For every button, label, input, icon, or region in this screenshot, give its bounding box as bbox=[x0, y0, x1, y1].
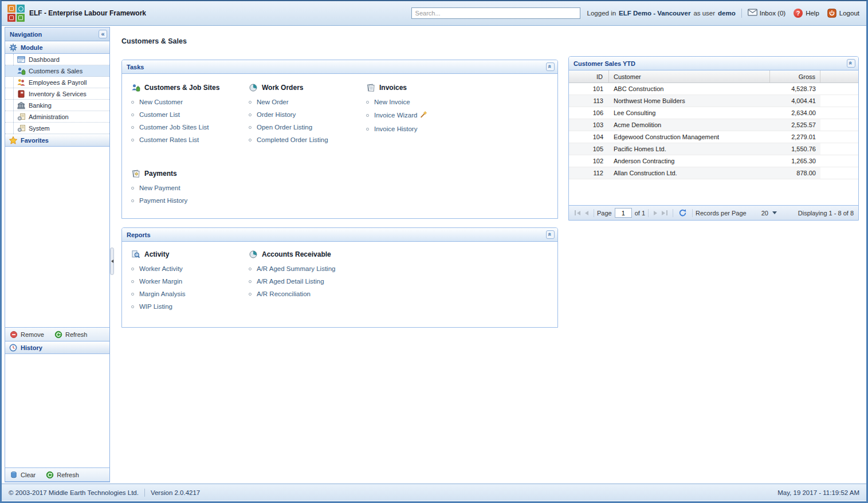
sidebar-item-system[interactable]: System bbox=[5, 123, 109, 134]
table-row[interactable]: 112Allan Construction Ltd.878.00 bbox=[569, 167, 858, 179]
splitter-handle[interactable] bbox=[110, 247, 114, 275]
previous-page-button[interactable] bbox=[583, 211, 591, 215]
datetime-text: May, 19 2017 - 11:19:52 AM bbox=[777, 489, 859, 496]
refresh-grid-button[interactable] bbox=[676, 209, 689, 217]
column-header-id[interactable]: ID bbox=[569, 70, 609, 82]
report-link-ar-reconciliation[interactable]: A/R Reconciliation bbox=[249, 288, 337, 300]
page-number-input[interactable] bbox=[615, 208, 632, 218]
bullet-icon bbox=[131, 139, 134, 142]
accordion-header-history[interactable]: History bbox=[5, 341, 109, 354]
logo-tile-red bbox=[7, 14, 15, 22]
history-header-label: History bbox=[21, 344, 42, 351]
task-link-invoice-wizard[interactable]: Invoice Wizard bbox=[366, 108, 481, 123]
employees-payroll-icon bbox=[17, 78, 26, 87]
bullet-icon bbox=[366, 101, 369, 104]
report-link-ar-aged-detail-listing[interactable]: A/R Aged Detail Listing bbox=[249, 275, 337, 288]
task-link-new-customer[interactable]: New Customer bbox=[131, 96, 246, 108]
table-row[interactable]: 113Northwest Home Builders4,004.41 bbox=[569, 95, 858, 107]
sales-grid: ID Customer Gross 101ABC Construction4,5… bbox=[569, 70, 858, 220]
next-page-button[interactable] bbox=[651, 211, 659, 215]
task-link-payment-history[interactable]: Payment History bbox=[131, 194, 246, 207]
collapse-sidebar-button[interactable]: « bbox=[99, 30, 107, 38]
clear-history-button[interactable]: Clear bbox=[10, 471, 36, 479]
table-row[interactable]: 106Lee Consulting2,634.00 bbox=[569, 107, 858, 119]
table-row[interactable]: 101ABC Construction4,528.73 bbox=[569, 83, 858, 95]
reports-panel: Reports « Activity Worker Activity bbox=[121, 227, 558, 328]
refresh-history-button[interactable]: Refresh bbox=[46, 471, 79, 479]
sidebar-item-dashboard[interactable]: Dashboard bbox=[5, 54, 109, 65]
administration-icon bbox=[17, 112, 26, 121]
task-link-open-order-listing[interactable]: Open Order Listing bbox=[249, 121, 363, 133]
pager-divider bbox=[648, 209, 649, 217]
tasks-panel-title: Tasks bbox=[127, 64, 546, 70]
pager-divider bbox=[673, 209, 673, 217]
copyright-text: © 2003-2017 Middle Earth Technologies Lt… bbox=[9, 489, 139, 496]
last-page-button[interactable] bbox=[659, 210, 670, 215]
tasks-panel-body: Customers & Job Sites New Customer Custo… bbox=[122, 74, 557, 218]
column-header-gross[interactable]: Gross bbox=[770, 70, 820, 82]
table-row[interactable]: 103Acme Demolition2,525.57 bbox=[569, 119, 858, 131]
previous-page-icon bbox=[585, 211, 588, 215]
records-per-page-label: Records per Page bbox=[696, 210, 747, 217]
reports-panel-title: Reports bbox=[127, 231, 546, 238]
task-link-customer-list[interactable]: Customer List bbox=[131, 108, 246, 121]
column-header-customer[interactable]: Customer bbox=[609, 70, 770, 82]
sidebar-item-label: Customers & Sales bbox=[29, 68, 83, 74]
collapse-sales-button[interactable]: « bbox=[847, 59, 855, 68]
search-input[interactable] bbox=[411, 7, 580, 19]
navigation-title: Navigation bbox=[10, 31, 99, 38]
report-link-margin-analysis[interactable]: Margin Analysis bbox=[131, 288, 246, 300]
sidebar-item-employees-payroll[interactable]: Employees & Payroll bbox=[5, 77, 109, 88]
report-link-worker-activity[interactable]: Worker Activity bbox=[131, 262, 246, 275]
displaying-range-label: Displaying 1 - 8 of 8 bbox=[798, 210, 855, 217]
table-row[interactable]: 104Edgewood Construction Management2,279… bbox=[569, 131, 858, 143]
sidebar-item-banking[interactable]: Banking bbox=[5, 100, 109, 111]
report-link-ar-aged-summary-listing[interactable]: A/R Aged Summary Listing bbox=[249, 262, 337, 275]
remove-favorite-button[interactable]: Remove bbox=[10, 331, 44, 339]
task-link-invoice-history[interactable]: Invoice History bbox=[366, 123, 481, 135]
task-link-new-order[interactable]: New Order bbox=[249, 96, 363, 108]
table-row[interactable]: 105Pacific Homes Ltd.1,550.76 bbox=[569, 143, 858, 155]
bullet-icon bbox=[131, 199, 134, 202]
logout-button[interactable]: Logout bbox=[827, 9, 859, 18]
sidebar-item-customers-sales[interactable]: Customers & Sales bbox=[5, 65, 109, 77]
bullet-icon bbox=[249, 293, 252, 296]
task-group-payments: Payments New Payment Payment History bbox=[131, 169, 246, 207]
app-title: ELF - Enterprise Labour Framework bbox=[29, 9, 146, 17]
inbox-button[interactable]: Inbox (0) bbox=[748, 9, 785, 18]
sales-panel-title: Customer Sales YTD bbox=[574, 60, 847, 67]
help-button[interactable]: ? Help bbox=[794, 9, 819, 18]
refresh-favorites-button[interactable]: Refresh bbox=[54, 331, 88, 339]
report-link-wip-listing[interactable]: WIP Listing bbox=[131, 300, 246, 313]
task-link-customer-rates-list[interactable]: Customer Rates List bbox=[131, 133, 246, 146]
group-title: Invoices bbox=[379, 84, 407, 92]
collapse-tasks-button[interactable]: « bbox=[546, 62, 555, 71]
sidebar-item-inventory-services[interactable]: Inventory & Services bbox=[5, 88, 109, 100]
favorites-star-icon bbox=[9, 136, 18, 145]
username[interactable]: demo bbox=[718, 10, 736, 17]
refresh-label: Refresh bbox=[57, 471, 79, 478]
accordion-header-module[interactable]: Module bbox=[5, 41, 109, 54]
navigation-panel: Navigation « Module Dashboard bbox=[5, 27, 110, 482]
sidebar-splitter[interactable] bbox=[110, 27, 114, 482]
last-page-icon bbox=[662, 211, 665, 215]
task-link-order-history[interactable]: Order History bbox=[249, 108, 363, 121]
collapse-reports-button[interactable]: « bbox=[546, 230, 555, 239]
wizard-wand-icon bbox=[419, 111, 427, 120]
bullet-icon bbox=[131, 293, 134, 296]
records-per-page-dropdown[interactable]: 20 bbox=[759, 210, 779, 217]
task-link-new-payment[interactable]: New Payment bbox=[131, 182, 246, 194]
task-link-new-invoice[interactable]: New Invoice bbox=[366, 96, 481, 108]
task-link-customer-job-sites-list[interactable]: Customer Job Sites List bbox=[131, 121, 246, 133]
task-link-completed-order-listing[interactable]: Completed Order Listing bbox=[249, 133, 363, 146]
group-title: Customers & Job Sites bbox=[144, 84, 219, 92]
bullet-icon bbox=[131, 305, 134, 308]
chevron-up-icon: « bbox=[548, 233, 553, 236]
report-link-worker-margin[interactable]: Worker Margin bbox=[131, 275, 246, 288]
accordion-header-favorites[interactable]: Favorites bbox=[5, 134, 109, 147]
first-page-button[interactable] bbox=[572, 210, 583, 215]
clear-label: Clear bbox=[21, 471, 36, 478]
sidebar-item-administration[interactable]: Administration bbox=[5, 111, 109, 123]
logo-tile-teal bbox=[17, 5, 25, 13]
table-row[interactable]: 102Anderson Contracting1,265.30 bbox=[569, 155, 858, 167]
